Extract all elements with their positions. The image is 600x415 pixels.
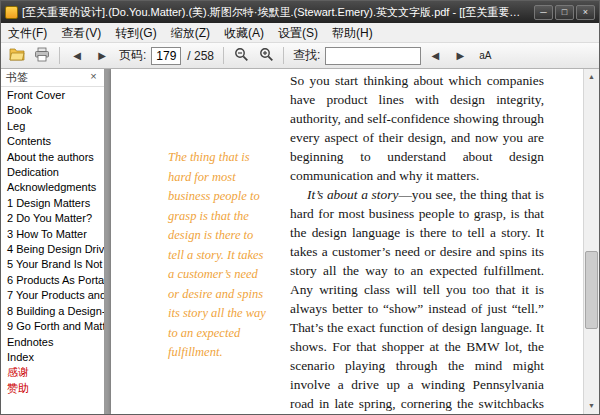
sidebar-close-icon[interactable]: × <box>87 71 100 84</box>
vertical-scrollbar[interactable]: ▲ ▼ <box>583 69 599 414</box>
bookmarks-sidebar: 书签 × Front CoverBookLegContentsAbout the… <box>1 69 105 414</box>
app-window: [至关重要的设计].(Do.You.Matter).(美).斯图尔特·埃默里.(… <box>0 0 600 415</box>
bookmark-item[interactable]: About the authors <box>1 150 104 165</box>
bookmark-item[interactable]: 3 How To Matter <box>1 227 104 242</box>
content-region: 书签 × Front CoverBookLegContentsAbout the… <box>1 69 599 414</box>
menu-item[interactable]: 帮助(H) <box>325 23 380 42</box>
menu-item[interactable]: 转到(G) <box>108 23 163 42</box>
scroll-up-icon[interactable]: ▲ <box>584 69 599 85</box>
menubar: 文件(F)查看(V)转到(G)缩放(Z)收藏(A)设置(S)帮助(H) <box>1 23 599 43</box>
bookmark-item[interactable]: Acknowledgments <box>1 180 104 195</box>
pull-quote: The thing that is hard for most business… <box>168 148 271 363</box>
next-page-button[interactable]: ▶ <box>91 45 113 67</box>
bookmark-item[interactable]: Contents <box>1 134 104 149</box>
toolbar-separator <box>223 47 224 64</box>
find-previous-button[interactable]: ◀ <box>424 45 446 67</box>
find-input[interactable] <box>325 47 421 65</box>
bookmark-item[interactable]: Front Cover <box>1 88 104 103</box>
window-title: [至关重要的设计].(Do.You.Matter).(美).斯图尔特·埃默里.(… <box>22 5 530 20</box>
bookmark-item[interactable]: 2 Do You Matter? <box>1 211 104 226</box>
window-controls: ─ □ × <box>534 5 595 20</box>
bookmark-item[interactable]: 7 Your Products and Servi <box>1 288 104 303</box>
scrollbar-thumb[interactable] <box>585 251 598 329</box>
next-page-icon: ▶ <box>98 50 106 61</box>
previous-page-icon: ◀ <box>73 50 81 61</box>
page-total: / 258 <box>187 49 214 63</box>
menu-item[interactable]: 文件(F) <box>1 23 54 42</box>
scroll-down-icon[interactable]: ▼ <box>584 398 599 414</box>
bookmark-item[interactable]: Index <box>1 350 104 365</box>
zoom-in-button[interactable] <box>255 45 277 67</box>
bookmark-item[interactable]: 9 Go Forth and Matter <box>1 319 104 334</box>
menu-item[interactable]: 设置(S) <box>271 23 325 42</box>
find-previous-icon: ◀ <box>432 50 440 61</box>
menu-item[interactable]: 缩放(Z) <box>164 23 217 42</box>
zoom-in-icon <box>259 47 274 65</box>
bookmark-item[interactable]: 5 Your Brand Is Not Your I <box>1 257 104 272</box>
bookmark-item[interactable]: Leg <box>1 119 104 134</box>
bookmark-item[interactable]: 8 Building a Design-Driven <box>1 304 104 319</box>
match-case-button[interactable]: аА <box>474 45 496 67</box>
zoom-out-icon <box>234 47 249 65</box>
toolbar-separator <box>283 47 284 64</box>
find-label: 查找: <box>293 47 320 64</box>
bookmarks-header: 书签 × <box>1 69 104 87</box>
maximize-button[interactable]: □ <box>555 5 574 20</box>
printer-icon <box>34 47 50 65</box>
bookmark-item[interactable]: Book <box>1 103 104 118</box>
menu-item[interactable]: 收藏(A) <box>217 23 271 42</box>
close-button[interactable]: × <box>576 5 595 20</box>
open-folder-icon <box>9 47 25 64</box>
titlebar: [至关重要的设计].(Do.You.Matter).(美).斯图尔特·埃默里.(… <box>1 1 599 23</box>
bookmark-list: Front CoverBookLegContentsAbout the auth… <box>1 87 104 414</box>
toolbar-separator <box>59 47 60 64</box>
open-file-button[interactable] <box>6 45 28 67</box>
page-number-input[interactable] <box>151 47 181 65</box>
bookmark-item[interactable]: Endnotes <box>1 335 104 350</box>
bookmark-item[interactable]: 4 Being Design Driven <box>1 242 104 257</box>
document-area: The thing that is hard for most business… <box>105 69 599 414</box>
print-button[interactable] <box>31 45 53 67</box>
find-next-icon: ▶ <box>457 50 465 61</box>
toolbar: ◀ ▶ 页码: / 258 查找: ◀ ▶ аА <box>1 43 599 69</box>
zoom-out-button[interactable] <box>230 45 252 67</box>
bookmarks-title: 书签 <box>6 70 28 85</box>
previous-page-button[interactable]: ◀ <box>66 45 88 67</box>
pdf-page: The thing that is hard for most business… <box>111 69 583 414</box>
find-next-button[interactable]: ▶ <box>449 45 471 67</box>
document-paragraph: It’s about a story—you see, the thing th… <box>290 185 544 414</box>
page-label: 页码: <box>119 47 146 64</box>
bookmark-item[interactable]: 1 Design Matters <box>1 196 104 211</box>
document-paragraph: So you start thinking about which compan… <box>290 71 544 185</box>
minimize-button[interactable]: ─ <box>534 5 553 20</box>
bookmark-item[interactable]: 6 Products As Portals <box>1 273 104 288</box>
bookmark-item[interactable]: 赞助 <box>1 381 104 396</box>
sumatrapdf-app-icon <box>5 6 18 19</box>
menu-item[interactable]: 查看(V) <box>54 23 108 42</box>
page-body-text: So you start thinking about which compan… <box>290 71 544 414</box>
bookmark-item[interactable]: Dedication <box>1 165 104 180</box>
bookmark-item[interactable]: 感谢 <box>1 365 104 380</box>
